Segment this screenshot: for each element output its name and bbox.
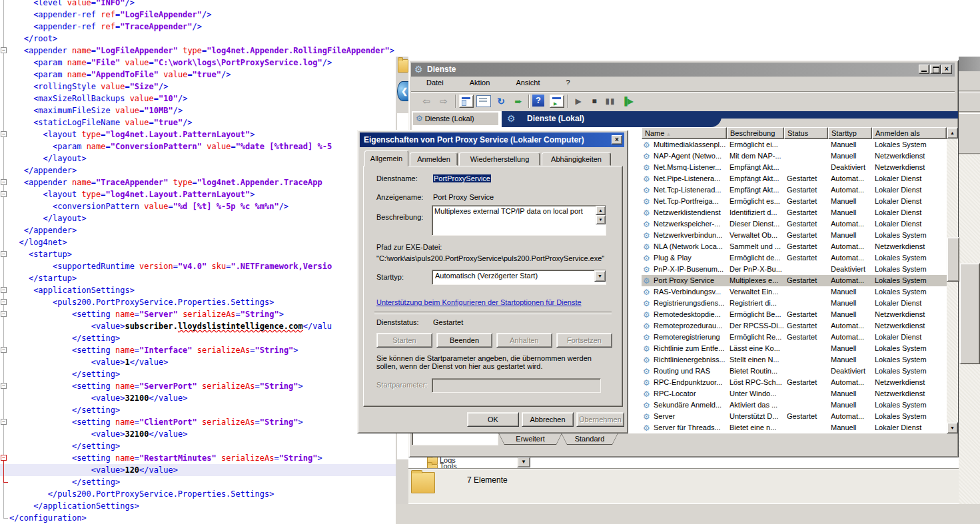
service-row[interactable]: ⚙Netzwerkverbindun...Verwaltet Ob...Gest…: [642, 230, 947, 241]
column-header-anmelden-als[interactable]: Anmelden als: [872, 127, 947, 139]
cell-beschreibung: Verwaltet Ein...: [730, 286, 784, 298]
pause-service-icon[interactable]: ▮▮: [603, 94, 618, 109]
scroll-up-button[interactable]: ▲: [596, 206, 606, 215]
dialog-title: Eigenschaften von Port Proxy Service (Lo…: [364, 133, 584, 147]
service-gear-icon: ⚙: [643, 208, 650, 219]
fold-toggle[interactable]: −: [1, 251, 7, 257]
dienstname-value[interactable]: PortProxyService: [433, 174, 491, 182]
service-row[interactable]: ⚙Net.Msmq-Listener...Empfängt Akt...Deak…: [642, 162, 947, 173]
scroll-thumb[interactable]: [947, 237, 959, 282]
service-row[interactable]: ⚙Netzwerkspeicher-...Dieser Dienst...Ges…: [642, 218, 947, 230]
service-row[interactable]: ⚙Net.Tcp-Listenerad...Empfängt Akt...Ges…: [642, 184, 947, 196]
properties-icon[interactable]: [476, 95, 491, 107]
service-row[interactable]: ⚙Port Proxy ServiceMultiplexes e...Gesta…: [642, 275, 947, 286]
service-row[interactable]: ⚙Multimediaklassenpl...Ermöglicht ei...M…: [642, 139, 947, 150]
dialog-titlebar[interactable]: Eigenschaften von Port Proxy Service (Lo…: [360, 132, 624, 147]
service-row[interactable]: ⚙Sekundäre Anmeld...Aktiviert das ...Man…: [642, 399, 947, 411]
tree-item-dienste-lokal[interactable]: ⚙Dienste (Lokal): [413, 113, 498, 125]
back-icon[interactable]: ⇦: [419, 94, 434, 109]
dialog-close-button[interactable]: ×: [612, 135, 622, 144]
service-row[interactable]: ⚙Registrierungsdiens...Registriert di...…: [642, 298, 947, 309]
explorer-back-button[interactable]: ❮: [397, 81, 408, 101]
abbrechen-button[interactable]: Abbrechen: [522, 412, 574, 427]
service-row[interactable]: ⚙RPC-LocatorUnter Windo...ManuellNetzwer…: [642, 388, 947, 399]
fold-toggle[interactable]: −: [1, 179, 7, 185]
fold-toggle[interactable]: −: [1, 299, 7, 305]
service-row[interactable]: ⚙Remoteprozedurau...Der RPCSS-Di...Gesta…: [642, 320, 947, 332]
scroll-up-button[interactable]: ▲: [947, 127, 958, 138]
service-row[interactable]: ⚙ServerUnterstützt D...GestartetAutomat.…: [642, 411, 947, 422]
beenden-button[interactable]: Beenden: [436, 333, 492, 348]
beschreibung-textbox[interactable]: Multiplexes external TCP/IP data on loca…: [432, 205, 606, 236]
scroll-down-button[interactable]: ▼: [947, 422, 958, 433]
fold-toggle[interactable]: −: [1, 47, 7, 53]
services-titlebar[interactable]: ⚙ Dienste ×: [411, 63, 955, 77]
tab-wiederherstellung[interactable]: Wiederherstellung: [459, 152, 540, 166]
column-header-beschreibung[interactable]: Beschreibung: [727, 127, 784, 139]
startparameter-input[interactable]: [432, 378, 601, 393]
anhalten-button[interactable]: Anhalten: [496, 333, 552, 348]
fold-toggle[interactable]: −: [1, 383, 7, 389]
column-header-status[interactable]: Status: [784, 127, 828, 139]
table-scrollbar[interactable]: ▲ ▼: [947, 127, 958, 433]
forward-icon[interactable]: ⇨: [436, 94, 451, 109]
menu-item-ansicht[interactable]: Ansicht: [510, 77, 546, 89]
service-row[interactable]: ⚙Richtlinienergebniss...Stellt einen N..…: [642, 354, 947, 366]
bottom-tab-erweitert[interactable]: Erweitert: [498, 433, 562, 445]
service-row[interactable]: ⚙Plug & PlayErmöglicht de...GestartetAut…: [642, 252, 947, 264]
service-row[interactable]: ⚙NetzwerklistendienstIdentifiziert d...G…: [642, 207, 947, 218]
uebernehmen-button[interactable]: Übernehmen: [576, 412, 624, 427]
export-list-icon[interactable]: ➨: [511, 94, 526, 109]
standard-view-icon[interactable]: ▶: [550, 95, 564, 108]
tab-allgemein[interactable]: Allgemein: [364, 150, 408, 166]
starttyp-combobox[interactable]: Automatisch (Verzögerter Start) ▼: [432, 270, 606, 285]
start-service-icon[interactable]: ▶: [571, 94, 586, 109]
bottom-tab-standard[interactable]: Standard: [561, 433, 618, 445]
scroll-down-button[interactable]: ▼: [596, 215, 606, 224]
service-row[interactable]: ⚙RPC-Endpunktzuor...Löst RPC-Sch...Gesta…: [642, 377, 947, 388]
service-row[interactable]: ⚙NAP-Agent (Netwo...Mit dem NAP-...Manue…: [642, 150, 947, 162]
help-icon[interactable]: ?: [532, 95, 544, 107]
close-button[interactable]: ×: [941, 65, 952, 74]
restart-service-icon[interactable]: ▐▶: [620, 94, 635, 109]
service-row[interactable]: ⚙Net.Pipe-Listenera...Empfängt Akt...Ges…: [642, 173, 947, 184]
service-row[interactable]: ⚙NLA (Network Loca...Sammelt und ...Gest…: [642, 241, 947, 252]
service-row[interactable]: ⚙Richtlinie zum Entfe...Lässt eine Ko...…: [642, 343, 947, 354]
fold-toggle[interactable]: −: [1, 131, 7, 137]
fold-toggle[interactable]: −: [1, 419, 7, 425]
fold-toggle[interactable]: −: [1, 191, 7, 197]
service-row[interactable]: ⚙Remotedesktopdie...Ermöglicht Be...Gest…: [642, 309, 947, 320]
service-row[interactable]: ⚙RemoteregistrierungErmöglicht Re...Gest…: [642, 332, 947, 343]
menu-item-aktion[interactable]: Aktion: [464, 77, 496, 89]
service-row[interactable]: ⚙Server für Threads...Bietet eine n...Ma…: [642, 422, 947, 433]
service-row[interactable]: ⚙Net.Tcp-Portfreiga...Ermöglicht es...Ge…: [642, 196, 947, 207]
stop-service-icon[interactable]: ■: [587, 94, 602, 109]
column-header-starttyp[interactable]: Starttyp: [828, 127, 872, 139]
ok-button[interactable]: OK: [467, 412, 519, 427]
fortsetzen-button[interactable]: Fortsetzen: [556, 333, 612, 348]
tab-anmelden[interactable]: Anmelden: [410, 152, 458, 166]
show-tree-icon[interactable]: [459, 95, 474, 108]
combo-arrow-button[interactable]: ▼: [594, 270, 606, 282]
fold-toggle[interactable]: −: [1, 287, 7, 293]
fold-toggle-active[interactable]: −: [1, 455, 7, 461]
explorer-scroll-thumb[interactable]: [959, 263, 980, 364]
maximize-button[interactable]: [930, 65, 941, 74]
column-header-name[interactable]: Name ▲: [642, 127, 727, 139]
starten-button[interactable]: Starten: [376, 333, 432, 348]
service-row[interactable]: ⚙PnP-X-IP-Busenum...Der PnP-X-Bu...Deakt…: [642, 264, 947, 275]
menu-item-hilfe[interactable]: ?: [560, 77, 576, 89]
tab-abhaengigkeiten[interactable]: Abhängigkeiten: [542, 152, 611, 166]
tab-label: Abhängigkeiten: [551, 155, 602, 163]
startoptions-help-link[interactable]: Unterstützung beim Konfigurieren der Sta…: [376, 298, 582, 306]
menu-item-datei[interactable]: Datei: [420, 77, 450, 89]
service-row[interactable]: ⚙Routing und RASBietet Routin...Deaktivi…: [642, 366, 947, 377]
fold-toggle[interactable]: −: [1, 311, 7, 317]
bottom-tab-label: Standard: [575, 435, 605, 443]
fold-toggle[interactable]: −: [1, 347, 7, 353]
minimize-button[interactable]: [919, 65, 929, 74]
refresh-icon[interactable]: ↻: [494, 94, 508, 109]
service-row[interactable]: ⚙RAS-Verbindungsv...Verwaltet Ein...Manu…: [642, 286, 947, 298]
folder-label[interactable]: Tools: [440, 462, 480, 468]
dropdown-button[interactable]: ▼: [517, 457, 530, 467]
